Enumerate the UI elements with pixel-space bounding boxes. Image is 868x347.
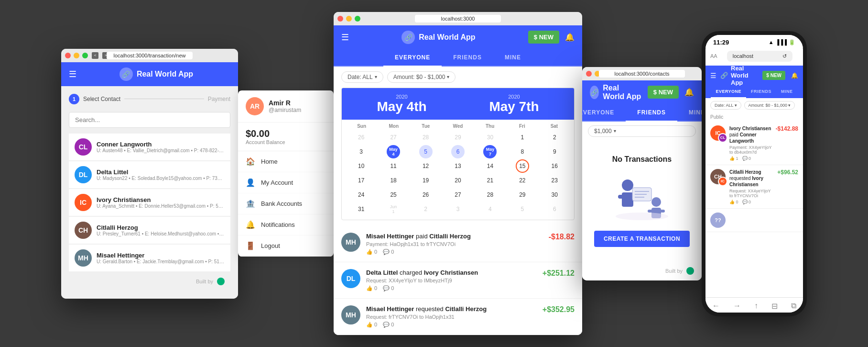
like-action[interactable]: 👍 0 — [366, 285, 377, 291]
mobile-tab-everyone[interactable]: EVERYONE — [711, 86, 746, 98]
cal-day[interactable]: 13 — [451, 159, 465, 173]
hamburger-mobile[interactable]: ☰ — [710, 72, 716, 79]
cal-day[interactable]: 29 — [516, 188, 529, 201]
maximize-dot-2[interactable] — [355, 16, 360, 22]
comment-action[interactable]: 💬 0 — [383, 249, 394, 255]
mobile-comment-2[interactable]: 💬 0 — [742, 200, 751, 204]
cal-day-7[interactable]: May7 — [483, 145, 497, 158]
minimize-dot-2[interactable] — [346, 16, 352, 22]
new-transaction-btn[interactable]: $ NEW — [528, 31, 559, 44]
mobile-comment[interactable]: 💬 0 — [742, 156, 751, 161]
cal-day[interactable]: 25 — [387, 188, 400, 201]
cal-day[interactable]: 8 — [516, 145, 529, 158]
create-transaction-btn[interactable]: CREATE A TRANSACTION — [594, 231, 690, 247]
cal-day-5[interactable]: 5 — [419, 145, 433, 158]
cal-day[interactable]: 30 — [548, 188, 561, 201]
like-action[interactable]: 👍 0 — [366, 249, 377, 255]
mobile-tab-friends[interactable]: FRIENDS — [746, 86, 776, 98]
cal-day[interactable]: 22 — [516, 174, 529, 187]
cal-day[interactable]: 30 — [483, 131, 497, 144]
contact-search[interactable] — [69, 112, 230, 128]
contact-item[interactable]: CL Conner Langworth U: Austen48 • E: Val… — [69, 134, 230, 161]
contact-item[interactable]: MH Misael Hettinger U: Gerald.Barton • E… — [69, 245, 230, 272]
cal-day[interactable]: 12 — [419, 159, 433, 173]
date-filter[interactable]: Date: ALL ▾ — [341, 71, 383, 83]
minimize-dot[interactable] — [74, 53, 79, 58]
cal-day[interactable]: 16 — [548, 159, 561, 173]
cal-day[interactable]: 27 — [451, 188, 465, 201]
close-dot-3[interactable] — [586, 71, 592, 77]
contact-item[interactable]: DL Delta Littel U: Madyson22 • E: Soleda… — [69, 161, 230, 189]
share-btn-mobile[interactable]: ↑ — [754, 302, 758, 311]
menu-item-bank[interactable]: 🏦 Bank Accounts — [238, 193, 334, 214]
cal-day[interactable]: 20 — [451, 174, 465, 187]
cal-day[interactable]: 3 — [451, 202, 465, 216]
cal-day[interactable]: 6 — [548, 202, 561, 216]
cal-day[interactable]: 3 — [355, 145, 368, 158]
cal-day[interactable]: 2 — [548, 131, 561, 144]
cal-day[interactable]: Jun1 — [387, 202, 400, 216]
close-dot[interactable] — [65, 53, 71, 58]
new-btn-3[interactable]: $ NEW — [648, 86, 679, 99]
mobile-new-btn[interactable]: $ NEW — [762, 71, 785, 80]
url-bar-3[interactable]: localhost:3000/contacts — [599, 70, 685, 78]
cal-day[interactable]: 26 — [355, 131, 368, 144]
amount-filter[interactable]: Amount: $0 - $1,000 ▾ — [387, 71, 456, 83]
cal-day[interactable]: 27 — [387, 131, 400, 144]
close-dot-2[interactable] — [337, 16, 343, 22]
bell-icon-2[interactable]: 🔔 — [565, 33, 575, 42]
refresh-icon[interactable]: ↺ — [782, 53, 787, 59]
cal-day[interactable]: 19 — [419, 174, 433, 187]
cal-day[interactable]: 28 — [483, 188, 497, 201]
cal-day[interactable]: 26 — [419, 188, 433, 201]
cal-day[interactable]: 5 — [516, 202, 529, 216]
bookmark-btn-mobile[interactable]: ⊟ — [771, 302, 778, 311]
cal-day-4[interactable]: May4 — [387, 145, 400, 158]
mobile-tab-mine[interactable]: MINE — [776, 86, 798, 98]
menu-item-home[interactable]: 🏠 Home — [238, 151, 334, 172]
url-bar-2[interactable]: localhost:3000 — [415, 15, 501, 22]
mobile-like[interactable]: 👍 1 — [729, 156, 738, 161]
cal-day[interactable]: 21 — [483, 174, 497, 187]
back-btn-mobile[interactable]: ← — [712, 302, 720, 311]
cal-day[interactable]: 9 — [548, 145, 561, 158]
comment-action[interactable]: 💬 0 — [383, 322, 394, 328]
cal-day-6[interactable]: 6 — [451, 145, 465, 158]
mobile-date-filter[interactable]: Date: ALL ▾ — [710, 101, 741, 110]
mobile-like-2[interactable]: 👍 0 — [729, 200, 738, 204]
tab-friends-3[interactable]: FRIENDS — [626, 104, 677, 122]
cal-day[interactable]: 1 — [516, 131, 529, 144]
bell-icon-mobile[interactable]: 🔔 — [791, 72, 798, 79]
menu-item-account[interactable]: 👤 My Account — [238, 172, 334, 193]
hamburger-icon-2[interactable]: ☰ — [341, 32, 349, 43]
cal-day[interactable]: 11 — [387, 159, 400, 173]
tabs-btn-mobile[interactable]: ⧉ — [791, 302, 796, 311]
tab-mine-3[interactable]: MINE — [677, 104, 702, 122]
cal-day[interactable]: 2 — [419, 202, 433, 216]
cal-day[interactable]: 18 — [387, 174, 400, 187]
comment-action[interactable]: 💬 0 — [383, 285, 394, 291]
cal-day[interactable]: 29 — [451, 131, 465, 144]
cal-day-today[interactable]: 15 — [516, 159, 529, 173]
like-action[interactable]: 👍 0 — [366, 322, 377, 328]
mobile-amount-filter[interactable]: Amount: $0 - $1,000 ▾ — [744, 101, 795, 110]
maximize-dot[interactable] — [82, 53, 88, 58]
cal-day[interactable]: 28 — [419, 131, 433, 144]
cal-day[interactable]: 10 — [355, 159, 368, 173]
url-bar-1[interactable]: localhost:3000/transaction/new — [107, 52, 193, 59]
cal-day[interactable]: 17 — [355, 174, 368, 187]
contact-item[interactable]: IC Ivory Christiansen U: Ayana_Schmitt •… — [69, 189, 230, 216]
bell-icon-3[interactable]: 🔔 — [684, 88, 694, 97]
cal-day[interactable]: 24 — [355, 188, 368, 201]
menu-item-logout[interactable]: 🚪 Logout — [238, 235, 334, 257]
forward-btn-mobile[interactable]: → — [733, 302, 741, 311]
contact-item[interactable]: CH Citlalli Herzog U: Presley_Turner61 •… — [69, 217, 230, 244]
tab-everyone-3[interactable]: EVERYONE — [582, 104, 626, 122]
tab-mine[interactable]: MINE — [493, 49, 532, 67]
cal-day[interactable]: 4 — [483, 202, 497, 216]
cal-day[interactable]: 31 — [355, 202, 368, 216]
cal-day[interactable]: 23 — [548, 174, 561, 187]
hamburger-icon[interactable]: ☰ — [69, 69, 76, 79]
tab-everyone[interactable]: EVERYONE — [383, 49, 442, 67]
menu-item-notifications[interactable]: 🔔 Notifications — [238, 214, 334, 235]
